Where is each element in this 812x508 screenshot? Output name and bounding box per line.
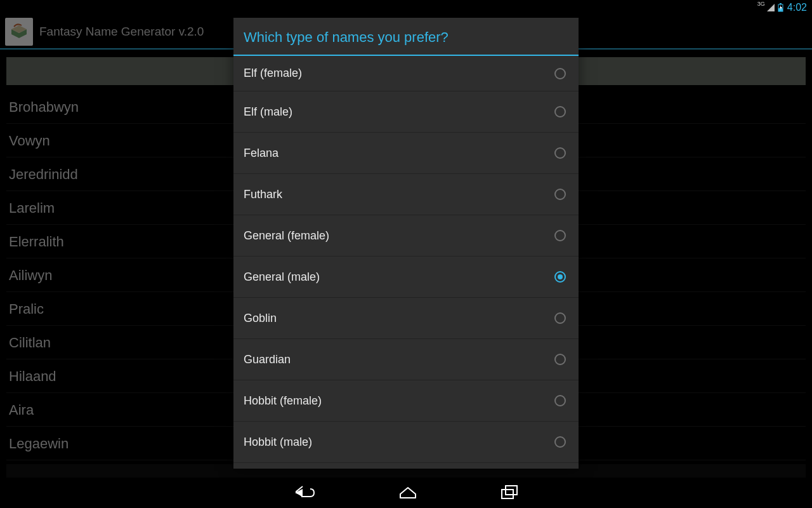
dialog-option[interactable]: Goblin	[233, 298, 579, 339]
clock-label: 4:02	[787, 2, 807, 13]
radio-icon	[554, 312, 566, 324]
navigation-bar	[0, 478, 812, 508]
option-label: Futhark	[244, 188, 282, 201]
dialog-option[interactable]: Guardian	[233, 339, 579, 380]
dialog-option[interactable]: Elf (female)	[233, 56, 579, 91]
radio-icon	[554, 189, 566, 200]
option-label: General (female)	[244, 229, 329, 243]
option-label: Hobbit (male)	[244, 436, 312, 449]
status-bar: 3G 4:02	[0, 0, 812, 15]
option-label: Felana	[244, 147, 278, 160]
dialog-option[interactable]: Felana	[233, 133, 579, 174]
signal-icon	[766, 3, 775, 12]
radio-icon	[554, 147, 566, 159]
home-button[interactable]	[398, 484, 418, 502]
radio-icon	[554, 395, 566, 406]
radio-icon	[554, 230, 566, 241]
option-label: Goblin	[244, 312, 277, 325]
radio-icon	[554, 106, 566, 117]
dialog-title: Which type of names you prefer?	[233, 18, 579, 56]
dialog-option[interactable]: Hobbit (female)	[233, 380, 579, 422]
dialog-option[interactable]: Elf (male)	[233, 91, 579, 133]
dialog-option-list: Elf (female)Elf (male)FelanaFutharkGener…	[233, 56, 579, 469]
dialog-option[interactable]: Futhark	[233, 174, 579, 215]
option-label: General (male)	[244, 271, 320, 284]
radio-icon	[554, 271, 566, 283]
battery-charging-icon	[778, 3, 783, 12]
radio-icon	[554, 68, 566, 79]
network-type-label: 3G	[757, 1, 765, 7]
recent-apps-button[interactable]	[501, 485, 518, 501]
option-label: Elf (female)	[244, 67, 302, 80]
radio-icon	[554, 436, 566, 448]
dialog-option[interactable]: Hobbit (male)	[233, 422, 579, 463]
name-type-dialog: Which type of names you prefer? Elf (fem…	[233, 18, 579, 469]
option-label: Guardian	[244, 353, 291, 366]
svg-rect-2	[780, 3, 782, 4]
radio-icon	[554, 354, 566, 365]
dialog-option[interactable]: General (male)	[233, 257, 579, 298]
dialog-option[interactable]: General (female)	[233, 215, 579, 257]
option-label: Hobbit (female)	[244, 394, 322, 408]
option-label: Elf (male)	[244, 105, 292, 119]
back-button[interactable]	[294, 484, 315, 502]
